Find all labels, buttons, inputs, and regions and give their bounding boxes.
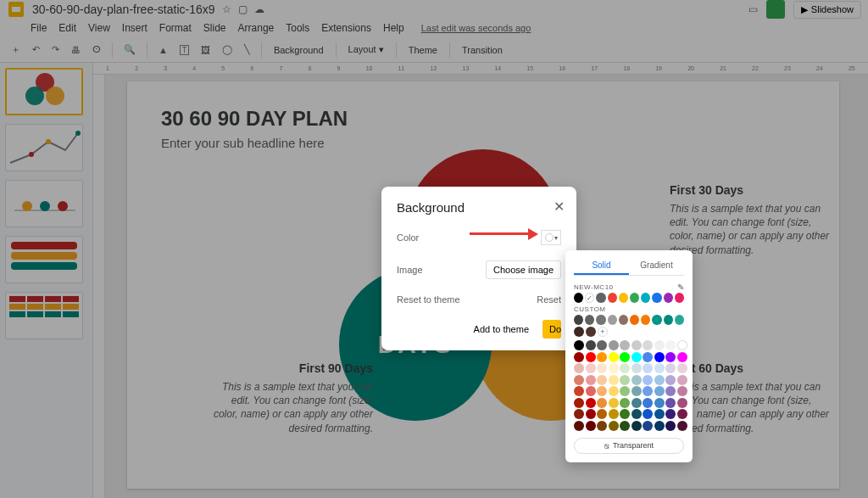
color-swatch[interactable] xyxy=(665,398,676,408)
tab-gradient[interactable]: Gradient xyxy=(629,257,684,275)
color-swatch[interactable] xyxy=(586,386,596,396)
color-swatch[interactable] xyxy=(586,421,596,431)
color-swatch[interactable] xyxy=(620,421,630,431)
cloud-icon[interactable]: ☁ xyxy=(254,3,264,15)
color-swatch[interactable] xyxy=(643,352,653,362)
print-button[interactable]: 🖶 xyxy=(67,42,85,58)
zoom-button[interactable]: 🔍 xyxy=(120,42,140,58)
last-edit-link[interactable]: Last edit was seconds ago xyxy=(421,23,531,33)
done-button[interactable]: Done xyxy=(542,320,561,339)
color-swatch[interactable] xyxy=(620,363,630,373)
color-swatch[interactable] xyxy=(632,409,642,419)
color-swatch[interactable] xyxy=(609,340,619,350)
cursor-tool[interactable]: ▲ xyxy=(154,42,172,58)
shape-tool[interactable]: ◯ xyxy=(218,42,236,58)
color-swatch[interactable] xyxy=(677,421,687,431)
color-swatch[interactable] xyxy=(586,409,596,419)
slide-title[interactable]: 30 60 90 DAY PLAN xyxy=(161,107,805,131)
theme-tool[interactable]: Theme xyxy=(403,42,442,58)
tab-solid[interactable]: Solid xyxy=(574,257,629,275)
color-swatch[interactable] xyxy=(574,315,583,325)
color-swatch[interactable] xyxy=(574,340,584,350)
color-swatch[interactable] xyxy=(586,340,596,350)
color-swatch[interactable] xyxy=(654,363,665,373)
color-swatch[interactable] xyxy=(677,375,687,385)
transition-tool[interactable]: Transition xyxy=(457,42,508,58)
color-swatch[interactable] xyxy=(665,386,676,396)
color-swatch[interactable] xyxy=(632,375,642,385)
close-icon[interactable]: ✕ xyxy=(554,199,565,215)
color-swatch[interactable] xyxy=(677,363,687,373)
color-swatch[interactable] xyxy=(597,340,607,350)
color-swatch[interactable] xyxy=(654,352,665,362)
pencil-icon[interactable]: ✎ xyxy=(677,283,684,292)
color-swatch[interactable] xyxy=(652,315,661,325)
menu-help[interactable]: Help xyxy=(383,22,404,34)
star-icon[interactable]: ☆ xyxy=(222,3,231,15)
color-swatch[interactable] xyxy=(632,352,642,362)
layout-tool[interactable]: Layout ▾ xyxy=(343,42,389,58)
color-swatch[interactable] xyxy=(675,293,684,303)
move-icon[interactable]: ▢ xyxy=(238,3,248,15)
color-swatch[interactable] xyxy=(620,340,630,350)
color-swatch[interactable] xyxy=(632,386,642,396)
color-swatch[interactable] xyxy=(665,352,676,362)
color-swatch[interactable] xyxy=(586,375,596,385)
menu-view[interactable]: View xyxy=(88,22,110,34)
textbox-tool[interactable]: 🅃 xyxy=(175,42,193,58)
color-swatch[interactable] xyxy=(643,386,653,396)
color-swatch[interactable] xyxy=(677,409,687,419)
color-swatch[interactable] xyxy=(665,363,676,373)
color-swatch[interactable] xyxy=(574,386,584,396)
color-swatch[interactable] xyxy=(574,352,584,362)
color-swatch[interactable] xyxy=(574,327,584,337)
color-swatch[interactable] xyxy=(608,315,617,325)
color-swatch[interactable] xyxy=(597,386,607,396)
color-swatch[interactable] xyxy=(643,398,653,408)
color-swatch[interactable] xyxy=(654,398,665,408)
text-block-30[interactable]: First 30 DaysThis is a sample text that … xyxy=(670,183,831,257)
color-swatch[interactable] xyxy=(586,398,596,408)
color-swatch[interactable] xyxy=(619,293,628,303)
color-swatch[interactable] xyxy=(597,409,607,419)
color-swatch[interactable] xyxy=(654,386,665,396)
image-tool[interactable]: 🖼 xyxy=(197,42,214,58)
menu-insert[interactable]: Insert xyxy=(122,22,147,34)
text-block-90[interactable]: First 90 DaysThis is a sample text that … xyxy=(212,361,373,435)
slide-thumb-2[interactable] xyxy=(5,124,83,171)
color-swatch[interactable] xyxy=(632,340,642,350)
slide-subtitle[interactable]: Enter your sub headline here xyxy=(161,136,805,150)
color-swatch[interactable] xyxy=(677,386,687,396)
color-swatch[interactable] xyxy=(620,386,630,396)
color-swatch[interactable] xyxy=(586,363,596,373)
color-swatch[interactable] xyxy=(586,352,596,362)
text-block-60[interactable]: First 60 DaysThis is a sample text that … xyxy=(670,361,831,435)
color-swatch[interactable] xyxy=(675,315,684,325)
color-swatch[interactable] xyxy=(632,421,642,431)
color-swatch[interactable] xyxy=(643,409,653,419)
slide-thumb-4[interactable] xyxy=(5,236,83,283)
color-swatch[interactable] xyxy=(677,352,687,362)
menu-arrange[interactable]: Arrange xyxy=(238,22,275,34)
color-swatch[interactable] xyxy=(654,340,665,350)
menu-extensions[interactable]: Extensions xyxy=(321,22,371,34)
color-swatch[interactable] xyxy=(677,398,687,408)
color-swatch[interactable] xyxy=(609,398,619,408)
menu-edit[interactable]: Edit xyxy=(58,22,76,34)
color-swatch[interactable]: ✓ xyxy=(585,293,594,303)
color-swatch[interactable] xyxy=(654,421,665,431)
color-swatch[interactable] xyxy=(619,315,628,325)
color-swatch[interactable] xyxy=(574,363,584,373)
doc-title[interactable]: 30-60-90-day-plan-free-static-16x9 xyxy=(32,3,215,16)
slide-thumb-3[interactable] xyxy=(5,180,83,227)
color-swatch[interactable] xyxy=(597,398,607,408)
color-swatch[interactable] xyxy=(665,375,676,385)
color-swatch[interactable] xyxy=(652,293,661,303)
menu-tools[interactable]: Tools xyxy=(286,22,309,34)
color-swatch[interactable] xyxy=(596,315,605,325)
menu-format[interactable]: Format xyxy=(159,22,192,34)
slide-thumb-1[interactable] xyxy=(5,68,83,115)
color-swatch[interactable] xyxy=(643,421,653,431)
color-swatch[interactable] xyxy=(664,293,673,303)
menu-file[interactable]: File xyxy=(31,22,47,34)
